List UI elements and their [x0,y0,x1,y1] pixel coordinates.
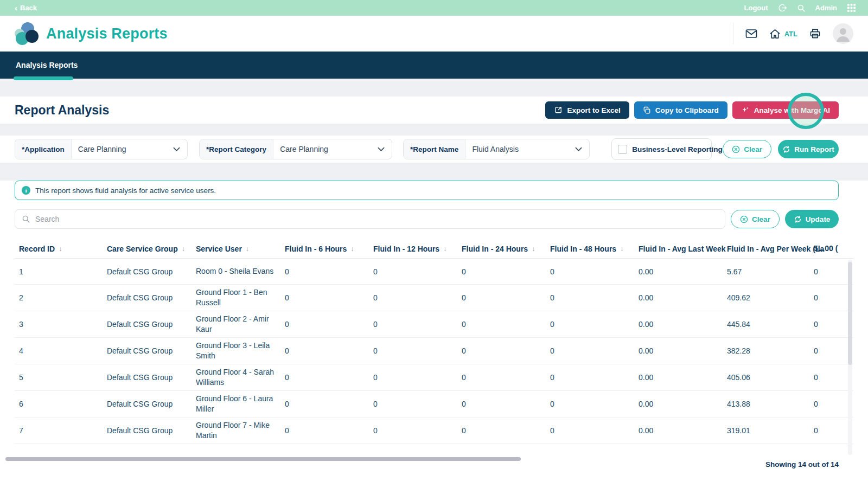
top-bar: ‹ Back Logout Admin [0,0,868,16]
tab-analysis-reports[interactable]: Analysis Reports [15,52,79,79]
sort-arrow-icon: ↓ [620,245,623,253]
table-row[interactable]: 3Default CSG GroupGround Floor 2 - Amir … [15,311,853,338]
main-nav: Analysis Reports [0,52,868,79]
header-label: Record ID [19,245,55,253]
report-category-select[interactable]: *Report Category Care Planning [199,139,392,159]
app-title: Analysis Reports [46,25,168,42]
table-cell: Default CSG Group [103,344,192,358]
report-name-value: Fluid Analysis [465,139,572,159]
vertical-scrollbar-thumb[interactable] [848,262,852,365]
business-level-reporting-control: Business-Level Reporting [611,138,712,160]
table-cell: Default CSG Group [103,397,192,411]
search-clear-label: Clear [752,215,770,223]
analyse-label: Analyse with MargoAI [754,106,830,114]
table-cell: 4 [15,344,103,358]
table-cell: Ground Floor 4 - Sarah Williams [192,364,280,390]
table-cell: Default CSG Group [103,423,192,438]
table-row[interactable]: 1Default CSG GroupRoom 0 - Sheila Evans0… [15,259,853,285]
mail-icon[interactable] [745,29,757,38]
back-label: Back [20,4,37,12]
filters-clear-label: Clear [744,145,762,153]
search-icon[interactable] [797,4,806,12]
table-row[interactable]: 2Default CSG GroupGround Floor 1 - Ben R… [15,285,853,311]
sort-arrow-icon: ↓ [532,245,535,253]
header-cell[interactable]: Record ID↓ [15,242,103,256]
update-button[interactable]: Update [785,210,839,228]
report-category-label: *Report Category [200,139,273,159]
copy-to-clipboard-button[interactable]: Copy to Clipboard [634,101,727,119]
header-cell[interactable]: Fluid In - 24 Hours↓ [457,242,546,256]
apps-grid-icon[interactable] [847,3,856,12]
print-icon[interactable] [809,28,821,39]
table-cell: 1 [15,265,103,279]
table-cell: 0 [280,265,369,279]
header-cell[interactable]: Fluid In - Avg Per Week (La [723,242,809,256]
admin-menu[interactable]: Admin [815,4,837,12]
table-cell: 0 [809,317,853,331]
table-cell: 0 [457,317,546,331]
application-label: *Application [15,139,72,159]
copy-icon [643,106,651,114]
run-report-button[interactable]: Run Report [778,140,839,158]
home-icon[interactable] [769,29,781,39]
header-cell[interactable]: Fluid In - 12 Hours↓ [369,242,457,256]
sort-arrow-icon: ↓ [350,245,354,253]
logout-button[interactable]: Logout [744,4,768,12]
filters-clear-button[interactable]: Clear [723,140,771,158]
table-cell: 0.00 [634,344,723,358]
logout-icon[interactable] [778,3,787,12]
table-row[interactable]: 6Default CSG GroupGround Floor 6 - Laura… [15,391,853,418]
table-row[interactable]: 7Default CSG GroupGround Floor 7 - Mike … [15,418,853,444]
search-box [15,209,725,229]
search-input[interactable] [35,215,718,223]
table-cell: 0 [457,291,546,305]
table-cell: Ground Floor 1 - Ben Russell [192,285,280,311]
user-avatar[interactable] [833,23,853,44]
sort-arrow-icon: ↓ [59,245,62,253]
header-label: Fluid In - 24 Hours [462,245,528,253]
application-select[interactable]: *Application Care Planning [15,139,188,159]
table-cell: 0 [546,265,634,279]
table-cell: 0 [546,317,634,331]
tab-label: Analysis Reports [16,61,78,69]
horizontal-scrollbar-thumb[interactable] [5,457,521,461]
header-cell[interactable]: Fluid In - 48 Hours↓ [546,242,634,256]
report-name-select[interactable]: *Report Name Fluid Analysis [403,139,590,159]
header-cell[interactable]: Service User↓ [192,242,280,256]
table-cell: 0 [369,397,457,411]
sort-arrow-icon: ↓ [182,245,185,253]
table-cell: 0 [280,370,369,384]
header-label: Fluid In - Avg Last Week [639,245,726,253]
table-cell: 3 [15,317,103,331]
export-to-excel-button[interactable]: Export to Excel [545,101,629,119]
analyse-with-margoai-button[interactable]: Analyse with MargoAI [732,101,839,119]
partial-header-cell: 5L.00 ( [809,241,853,255]
report-toolbar: Report Analysis Export to Excel Copy to … [0,97,868,124]
header-cell[interactable]: Care Service Group↓ [103,242,192,256]
header-cell[interactable]: Fluid In - Avg Last Week↓ [634,242,723,256]
location-code[interactable]: ATL [784,30,797,38]
table-cell: 5.67 [723,265,809,279]
table-cell: 0 [369,317,457,331]
table-cell: 0 [457,265,546,279]
header-label: Fluid In - 48 Hours [550,245,616,253]
business-level-reporting-checkbox[interactable] [618,145,627,154]
app-header: Analysis Reports ATL [0,16,868,52]
header-cell[interactable]: Fluid In - 6 Hours↓ [280,242,369,256]
business-level-reporting-label: Business-Level Reporting [632,145,723,153]
table-cell: 319.01 [723,423,809,438]
table-row[interactable]: 5Default CSG GroupGround Floor 4 - Sarah… [15,364,853,391]
vertical-scrollbar[interactable] [848,260,852,455]
table-row[interactable]: 4Default CSG GroupGround Floor 3 - Leila… [15,338,853,364]
back-button[interactable]: ‹ Back [15,4,37,12]
clear-circle-x-icon [740,215,748,223]
search-clear-button[interactable]: Clear [731,210,780,228]
chevron-down-icon [572,139,589,159]
table-cell: 0 [280,397,369,411]
table-cell: 0 [809,344,853,358]
report-table: Record ID↓Care Service Group↓Service Use… [15,239,853,458]
table-cell: 0 [280,423,369,438]
table-cell: 0.00 [634,423,723,438]
table-cell: 0 [546,344,634,358]
table-cell: 0 [280,344,369,358]
